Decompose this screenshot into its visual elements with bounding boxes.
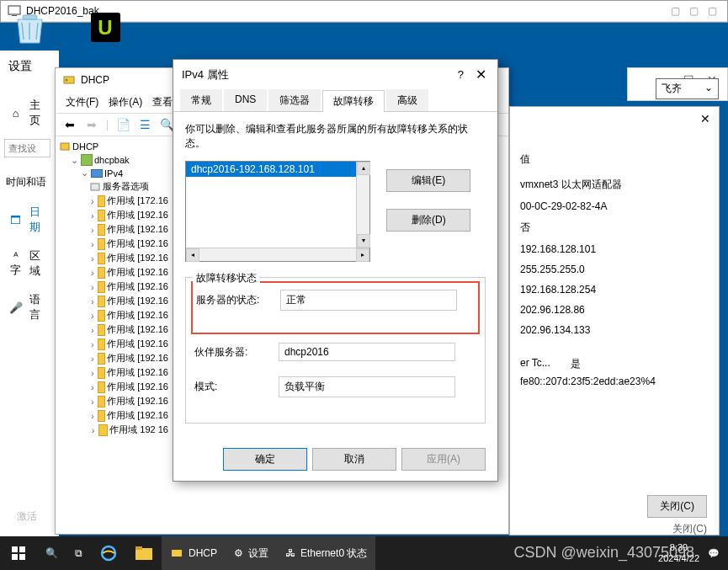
- uninstall-app[interactable]: U: [88, 13, 122, 46]
- delete-button[interactable]: 删除(D): [386, 209, 470, 232]
- menu-file[interactable]: 文件(F): [62, 93, 102, 111]
- expand-icon[interactable]: ›: [89, 296, 96, 306]
- taskbar-dhcp[interactable]: DHCP: [162, 536, 226, 570]
- expand-icon[interactable]: ›: [89, 311, 96, 321]
- tree-scope[interactable]: ›作用域 [192.16: [59, 251, 168, 265]
- letter-u-icon: U: [91, 13, 120, 42]
- scroll-right-icon[interactable]: ▸: [356, 248, 369, 262]
- apply-button[interactable]: 应用(A): [401, 448, 486, 471]
- help-icon[interactable]: ?: [458, 68, 464, 81]
- tab-general[interactable]: 常规: [180, 89, 222, 111]
- vm-maximize-icon[interactable]: ▢: [685, 5, 702, 17]
- tree-scope[interactable]: ›作用域 192 16: [59, 423, 168, 437]
- taskbar-settings[interactable]: ⚙ 设置: [226, 536, 277, 570]
- expand-icon[interactable]: ›: [89, 325, 96, 335]
- options-icon[interactable]: ☰: [137, 117, 152, 132]
- taskbar-search[interactable]: 🔍: [37, 536, 66, 570]
- tree-label: 作用域 [192.16: [107, 295, 168, 307]
- options-icon: [89, 181, 101, 193]
- tab-filter[interactable]: 筛选器: [268, 89, 321, 111]
- tree-scope[interactable]: ›作用域 [192.16: [59, 351, 168, 365]
- failover-list-item[interactable]: dhcp2016-192.168.128.101: [186, 162, 369, 177]
- expand-icon[interactable]: ›: [89, 210, 96, 221]
- failover-relations-list[interactable]: dhcp2016-192.168.128.101 ▴ ▾ ◂ ▸: [185, 161, 370, 262]
- expand-icon[interactable]: ›: [89, 282, 96, 292]
- collapse-icon[interactable]: ⌄: [79, 168, 89, 178]
- settings-search[interactable]: [4, 139, 50, 157]
- edit-button[interactable]: 编辑(E): [386, 169, 470, 192]
- notification-icon[interactable]: 💬: [708, 548, 720, 559]
- close-button[interactable]: 关闭(C): [647, 495, 707, 518]
- cancel-button[interactable]: 取消: [312, 448, 396, 471]
- close-icon[interactable]: ✕: [472, 67, 489, 83]
- tree-scope[interactable]: ›作用域 [192.16: [59, 408, 168, 423]
- tree-scope[interactable]: ›作用域 [192.16: [59, 365, 168, 380]
- tree-scope[interactable]: ›作用域 [192.16: [59, 394, 168, 408]
- expand-icon[interactable]: ›: [89, 397, 96, 407]
- taskbar-ie[interactable]: [91, 536, 126, 570]
- close-button-2[interactable]: 关闭(C): [672, 522, 707, 536]
- search-dropdown[interactable]: 飞齐 ⌄: [656, 78, 719, 99]
- expand-icon[interactable]: ›: [89, 425, 97, 435]
- tree-server[interactable]: ⌄ dhcpbak: [59, 153, 168, 167]
- expand-icon[interactable]: ›: [89, 382, 96, 392]
- scroll-up-icon[interactable]: ▴: [357, 162, 370, 175]
- tree-scope[interactable]: ›作用域 [192.16: [59, 280, 168, 294]
- taskbar-ethernet[interactable]: 🖧 Ethernet0 状态: [277, 536, 375, 570]
- tree-scope[interactable]: ›作用域 [192.16: [59, 322, 168, 337]
- props-header: 值: [520, 149, 709, 173]
- vm-close-icon[interactable]: ▢: [704, 5, 720, 17]
- up-icon[interactable]: 📄: [115, 117, 130, 132]
- recycle-bin[interactable]: [13, 13, 46, 46]
- folder-icon: [98, 353, 106, 365]
- tree-label: IPv4: [104, 168, 123, 178]
- tree-scope[interactable]: ›作用域 [172.16: [59, 194, 168, 208]
- settings-item-date[interactable]: 🗖 日期: [4, 198, 55, 242]
- tab-dns[interactable]: DNS: [224, 89, 267, 111]
- tree-scope[interactable]: ›作用域 [192.16: [59, 337, 168, 351]
- ipv4-titlebar[interactable]: IPv4 属性 ? ✕: [173, 60, 497, 89]
- expand-icon[interactable]: ›: [89, 239, 96, 249]
- tab-advanced[interactable]: 高级: [386, 89, 428, 111]
- taskbar-taskview[interactable]: ⧉: [66, 536, 91, 570]
- start-button[interactable]: [0, 536, 37, 570]
- scroll-left-icon[interactable]: ◂: [186, 248, 199, 262]
- expand-icon[interactable]: ›: [89, 354, 96, 364]
- tree-scope[interactable]: ›作用域 [192.16: [59, 265, 168, 280]
- tree-scope[interactable]: ›作用域 [192.16: [59, 208, 168, 222]
- scroll-down-icon[interactable]: ▾: [357, 234, 370, 248]
- back-icon[interactable]: ⬅: [62, 117, 77, 132]
- tree-scope[interactable]: ›作用域 [192.16: [59, 308, 168, 322]
- expand-icon[interactable]: ›: [89, 253, 96, 264]
- dropdown-icon[interactable]: ⌄: [704, 82, 713, 96]
- settings-item-speech[interactable]: 🎤 语言: [4, 285, 55, 329]
- tree-server-options[interactable]: 服务器选项: [59, 179, 168, 194]
- vm-minimize-icon[interactable]: ▢: [667, 5, 683, 17]
- tree-scope[interactable]: ›作用域 [192.16: [59, 380, 168, 394]
- close-icon[interactable]: ✕: [700, 112, 710, 125]
- ok-button[interactable]: 确定: [223, 448, 307, 471]
- tab-failover[interactable]: 故障转移: [322, 90, 385, 112]
- settings-item-region[interactable]: ᴬ字 区域: [4, 242, 55, 285]
- expand-icon[interactable]: ›: [89, 411, 96, 421]
- tree-scope[interactable]: ›作用域 [192.16: [59, 237, 168, 251]
- collapse-icon[interactable]: ⌄: [69, 155, 79, 166]
- tree-ipv4[interactable]: ⌄ IPv4: [59, 167, 168, 179]
- scrollbar-horizontal[interactable]: ◂ ▸: [186, 248, 369, 261]
- expand-icon[interactable]: ›: [89, 339, 96, 349]
- expand-icon[interactable]: ›: [89, 196, 96, 206]
- tree-label: DHCP: [72, 141, 98, 152]
- taskbar-clock[interactable]: 8:39 2024/4/22: [658, 542, 699, 564]
- menu-action[interactable]: 操作(A): [105, 93, 146, 111]
- svg-rect-12: [136, 548, 152, 560]
- tree-scope[interactable]: ›作用域 [192.16: [59, 294, 168, 308]
- tree-scope[interactable]: ›作用域 [192.16: [59, 222, 168, 237]
- scrollbar-vertical[interactable]: ▴ ▾: [356, 162, 369, 248]
- expand-icon[interactable]: ›: [89, 268, 96, 278]
- expand-icon[interactable]: ›: [89, 368, 96, 378]
- settings-home[interactable]: ⌂ 主页: [4, 91, 55, 135]
- taskbar-explorer[interactable]: [126, 536, 162, 570]
- expand-icon[interactable]: ›: [89, 225, 96, 235]
- tree-root[interactable]: DHCP: [59, 140, 168, 153]
- forward-icon[interactable]: ➡: [84, 117, 99, 132]
